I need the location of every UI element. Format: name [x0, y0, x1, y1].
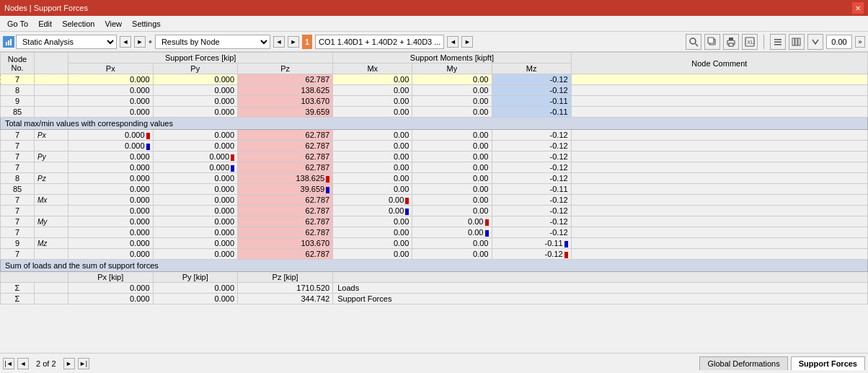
table-cell [35, 206, 68, 216]
table-row: 7My0.0000.00062.7870.000.00-0.12 [1, 216, 868, 227]
columns-icon-btn[interactable] [789, 34, 805, 50]
analysis-select[interactable]: Static Analysis [16, 35, 117, 49]
co-nav-prev[interactable]: ◄ [447, 36, 459, 48]
cell-pz: 62.787 [238, 130, 333, 141]
header-node-no: NodeNo. [1, 53, 35, 74]
print-icon-btn[interactable] [723, 34, 739, 50]
tab-support-forces[interactable]: Support Forces [791, 356, 865, 370]
title-bar: Nodes | Support Forces ✕ [0, 0, 868, 16]
menu-edit[interactable]: Edit [34, 18, 56, 30]
table-cell: 0.00 [412, 96, 492, 107]
table-row: 70.0000.00062.7870.000.00-0.12 [1, 227, 868, 238]
settings-icon-btn[interactable] [770, 34, 786, 50]
table-cell: 0.00 [333, 96, 412, 107]
arrow-icon-btn[interactable] [807, 34, 823, 50]
table-row: 850.0000.00039.6590.000.00-0.11 [1, 107, 868, 118]
cell-mx: 0.00 [333, 173, 412, 184]
table-cell: Mz [35, 238, 68, 249]
nav-first[interactable]: |◄ [3, 358, 14, 369]
co-nav-next[interactable]: ► [461, 36, 473, 48]
table-cell: 0.000 [68, 107, 154, 118]
nav-next[interactable]: ► [63, 358, 75, 369]
table-cell [571, 249, 867, 260]
search-icon-btn[interactable] [686, 34, 701, 50]
nav-prev[interactable]: ◄ [17, 358, 29, 369]
cell-my: 0.00 [412, 195, 492, 206]
cell-pz: 62.787 [238, 152, 333, 162]
cell-mz: -0.12 [492, 227, 571, 238]
table-cell: 7 [1, 152, 35, 162]
cell-mx: 0.00 [333, 206, 412, 216]
cell-mx: 0.00 [333, 195, 412, 206]
table-row: 70.0000.00062.7870.000.00-0.12 [1, 206, 868, 216]
table-cell: 7 [1, 249, 35, 260]
table-cell [35, 249, 68, 260]
cell-px: 0.000 [68, 195, 154, 206]
export-icon-btn[interactable]: XLS [742, 34, 758, 50]
cell-py: 0.000 [153, 152, 238, 162]
table-cell: Pz [35, 173, 68, 184]
copy-icon-btn[interactable] [704, 34, 720, 50]
cell-py: 0.000 [153, 249, 238, 260]
table-cell: 0.000 [153, 96, 238, 107]
table-cell: 0.000 [68, 74, 154, 85]
cell-mz: -0.12 [492, 130, 571, 141]
results-nav-next[interactable]: ► [288, 36, 299, 48]
table-cell [571, 96, 867, 107]
header-label-col [35, 53, 68, 74]
analysis-nav-prev[interactable]: ◄ [120, 36, 131, 48]
more-btn[interactable]: » [855, 36, 865, 48]
nav-last[interactable]: ►| [78, 358, 89, 369]
svg-rect-9 [729, 38, 733, 40]
table-cell [571, 195, 867, 206]
cell-px: 0.000 [68, 130, 154, 141]
table-row: 70.0000.00062.7870.000.00-0.12 [1, 162, 868, 173]
menu-goto[interactable]: Go To [3, 18, 32, 30]
menu-settings[interactable]: Settings [128, 18, 165, 30]
table-cell: 7 [1, 195, 35, 206]
results-select[interactable]: Results by Node [155, 35, 270, 49]
table-row: 7Mx0.0000.00062.7870.000.00-0.12 [1, 195, 868, 206]
close-button[interactable]: ✕ [852, 2, 864, 14]
results-nav-prev[interactable]: ◄ [273, 36, 285, 48]
svg-rect-16 [792, 38, 794, 45]
cell-pz: 62.787 [238, 216, 333, 227]
table-cell: 39.659 [238, 107, 333, 118]
cell-pz: 39.659 [238, 184, 333, 195]
svg-rect-17 [795, 38, 797, 45]
table-cell: 0.000 [68, 96, 154, 107]
svg-point-4 [690, 38, 696, 44]
window-title: Nodes | Support Forces [4, 4, 88, 12]
table-cell: 7 [1, 130, 35, 141]
table-cell [571, 107, 867, 118]
header-mz: Mz [492, 63, 571, 74]
table-row: 7Px0.0000.00062.7870.000.00-0.12 [1, 130, 868, 141]
menu-bar: Go To Edit Selection View Settings [0, 16, 868, 32]
tab-global-deformations[interactable]: Global Deformations [699, 356, 787, 370]
table-cell [571, 173, 867, 184]
svg-text:XLS: XLS [747, 39, 755, 45]
cell-mx: 0.00 [333, 249, 412, 260]
table-row: 850.0000.00039.6590.000.00-0.11 [1, 184, 868, 195]
cell-mx: 0.00 [333, 130, 412, 141]
cell-pz: 62.787 [238, 249, 333, 260]
cell-my: 0.00 [412, 130, 492, 141]
table-cell [35, 227, 68, 238]
cell-px: 0.000 [68, 162, 154, 173]
table-cell: -0.12 [492, 74, 571, 85]
cell-py: 0.000 [153, 184, 238, 195]
cell-pz: 62.787 [238, 227, 333, 238]
table-cell [571, 85, 867, 96]
table-cell: 7 [1, 206, 35, 216]
table-container[interactable]: NodeNo. Support Forces [kip] Support Mom… [0, 52, 868, 353]
cell-mz: -0.12 [492, 249, 571, 260]
svg-rect-18 [798, 38, 800, 45]
cell-my: 0.00 [412, 249, 492, 260]
cell-py: 0.000 [153, 130, 238, 141]
menu-view[interactable]: View [100, 18, 126, 30]
table-cell [571, 130, 867, 141]
analysis-nav-next[interactable]: ► [134, 36, 146, 48]
menu-selection[interactable]: Selection [58, 18, 99, 30]
table-cell [571, 206, 867, 216]
page-info: 2 of 2 [32, 359, 61, 368]
